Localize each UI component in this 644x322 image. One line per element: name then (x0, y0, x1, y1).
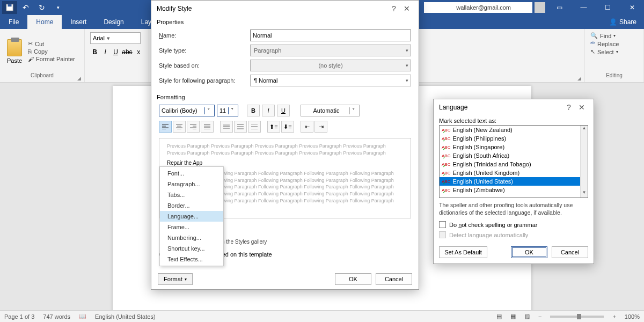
align-center-button[interactable] (173, 121, 186, 133)
scrollbar[interactable]: ▲ ▼ (580, 126, 588, 197)
select-button[interactable]: ↖Select▾ (590, 48, 638, 55)
italic-button[interactable]: I (262, 105, 275, 116)
ribbon-options-button[interactable]: ▭ (547, 0, 572, 15)
read-mode-button[interactable]: ▤ (496, 313, 502, 320)
share-button[interactable]: 👤 Share (602, 15, 644, 29)
style-type-select: Paragraph▾ (250, 45, 411, 56)
ok-button[interactable]: OK (511, 246, 547, 258)
space-before-dec-button[interactable]: ⬇≡ (281, 121, 294, 133)
format-menu-numbering[interactable]: Numbering... (160, 232, 223, 243)
account-email[interactable]: wallaker@gmail.com (424, 2, 532, 13)
help-button[interactable]: ? (387, 4, 400, 13)
zoom-out-button[interactable]: − (538, 313, 541, 320)
language-item[interactable]: ABCEnglish (Philippines) (440, 134, 580, 143)
language-item[interactable]: ABCEnglish (New Zealand) (440, 126, 580, 134)
increase-indent-button[interactable]: ⇥ (314, 121, 327, 133)
web-layout-button[interactable]: ▨ (524, 313, 530, 320)
minimize-button[interactable]: — (572, 0, 596, 15)
scroll-up-icon[interactable]: ▲ (581, 126, 588, 133)
qat-customize[interactable]: ▾ (50, 1, 65, 14)
align-right-button[interactable] (187, 121, 200, 133)
dialog-titlebar[interactable]: Language ? ✕ (434, 99, 594, 115)
no-check-checkbox-row[interactable]: Do not check spelling or grammar (434, 219, 594, 230)
format-menu-tabs[interactable]: Tabs... (160, 189, 223, 200)
format-menu-shortcut[interactable]: Shortcut key... (160, 243, 223, 254)
bold-button[interactable]: B (90, 46, 99, 58)
word-count[interactable]: 747 words (43, 313, 70, 320)
cancel-button[interactable]: Cancel (552, 246, 588, 258)
styles-launcher[interactable]: ◢ (577, 76, 581, 81)
close-button[interactable]: ✕ (620, 0, 644, 15)
format-menu-font[interactable]: Font... (160, 168, 223, 179)
format-menu-paragraph[interactable]: Paragraph... (160, 179, 223, 189)
maximize-button[interactable]: ☐ (596, 0, 620, 15)
font-size-combo[interactable]: 11˅ (217, 105, 238, 116)
language-item[interactable]: ABCEnglish (United States) (440, 177, 580, 186)
zoom-in-button[interactable]: + (612, 313, 616, 320)
name-input[interactable]: Normal (250, 30, 411, 41)
replace-button[interactable]: ᵃᵇReplace (590, 40, 638, 47)
cancel-button[interactable]: Cancel (376, 273, 412, 285)
format-dropdown-button[interactable]: Format ▾ (158, 273, 193, 285)
font-color-combo[interactable]: Automatic˅ (301, 105, 360, 116)
language-item[interactable]: ABCEnglish (Zimbabwe) (440, 186, 580, 194)
underline-button[interactable]: U (111, 46, 120, 58)
language-item[interactable]: ABCEnglish (Trinidad and Tobago) (440, 160, 580, 169)
tab-home[interactable]: Home (27, 15, 62, 29)
clipboard-launcher[interactable]: ◢ (77, 76, 81, 81)
print-layout-button[interactable]: ▦ (510, 313, 516, 320)
space-before-inc-button[interactable]: ⬆≡ (267, 121, 280, 133)
ok-button[interactable]: OK (335, 273, 371, 285)
find-button[interactable]: 🔍Find▾ (590, 32, 638, 39)
paste-button[interactable]: Paste (3, 30, 26, 72)
scroll-down-icon[interactable]: ▼ (581, 190, 588, 197)
style-following-select[interactable]: ¶ Normal▾ (250, 75, 411, 86)
underline-button[interactable]: U (277, 105, 290, 116)
chevron-down-icon: ˅ (349, 107, 357, 114)
close-button[interactable]: ✕ (400, 4, 413, 13)
align-justify-button[interactable] (201, 121, 214, 133)
tab-design[interactable]: Design (95, 15, 132, 29)
account-avatar[interactable] (535, 2, 545, 13)
format-menu-text-effects[interactable]: Text Effects... (160, 254, 223, 265)
proofing-icon[interactable]: 📖 (79, 313, 86, 320)
help-button[interactable]: ? (562, 103, 575, 112)
chevron-down-icon: ▾ (105, 35, 112, 42)
tab-file[interactable]: File (0, 15, 27, 29)
checkbox[interactable] (439, 221, 446, 228)
copy-icon: ⎘ (28, 48, 32, 55)
redo-button[interactable]: ↻ (34, 1, 49, 14)
format-painter-button[interactable]: 🖌Format Painter (28, 56, 75, 62)
italic-button[interactable]: I (100, 46, 109, 58)
language-item[interactable]: ABCEnglish (Singapore) (440, 143, 580, 151)
language-name: English (United States) (452, 178, 513, 185)
set-default-button[interactable]: Set As Default (439, 246, 487, 258)
tab-insert[interactable]: Insert (62, 15, 95, 29)
strike-button[interactable]: abc (121, 46, 133, 58)
more-font-button[interactable]: x (134, 46, 143, 58)
spacing-2-button[interactable] (248, 121, 261, 133)
undo-button[interactable]: ↶ (18, 1, 33, 14)
language-status[interactable]: English (United States) (95, 313, 156, 320)
font-name-combo[interactable]: Calibri (Body)˅ (159, 105, 215, 116)
language-list[interactable]: ABCEnglish (New Zealand)ABCEnglish (Phil… (439, 125, 588, 198)
format-menu-language[interactable]: Language... (160, 211, 223, 222)
language-item[interactable]: ABCEnglish (South Africa) (440, 151, 580, 160)
language-item[interactable]: ABCEnglish (United Kingdom) (440, 169, 580, 177)
page-count[interactable]: Page 1 of 3 (4, 313, 34, 320)
spacing-1-button[interactable] (220, 121, 233, 133)
zoom-slider[interactable] (550, 316, 604, 318)
align-left-button[interactable] (159, 121, 172, 133)
font-name-combo[interactable]: Arial▾ (90, 32, 141, 44)
format-menu-frame[interactable]: Frame... (160, 222, 223, 232)
cut-button[interactable]: ✂Cut (28, 40, 75, 47)
dialog-titlebar[interactable]: Modify Style ? ✕ (151, 1, 419, 17)
format-menu-border[interactable]: Border... (160, 200, 223, 211)
decrease-indent-button[interactable]: ⇤ (301, 121, 313, 133)
close-button[interactable]: ✕ (575, 103, 588, 112)
zoom-level[interactable]: 100% (625, 313, 640, 320)
save-button[interactable] (2, 1, 17, 14)
copy-button[interactable]: ⎘Copy (28, 48, 75, 55)
spacing-15-button[interactable] (234, 121, 247, 133)
bold-button[interactable]: B (247, 105, 260, 116)
